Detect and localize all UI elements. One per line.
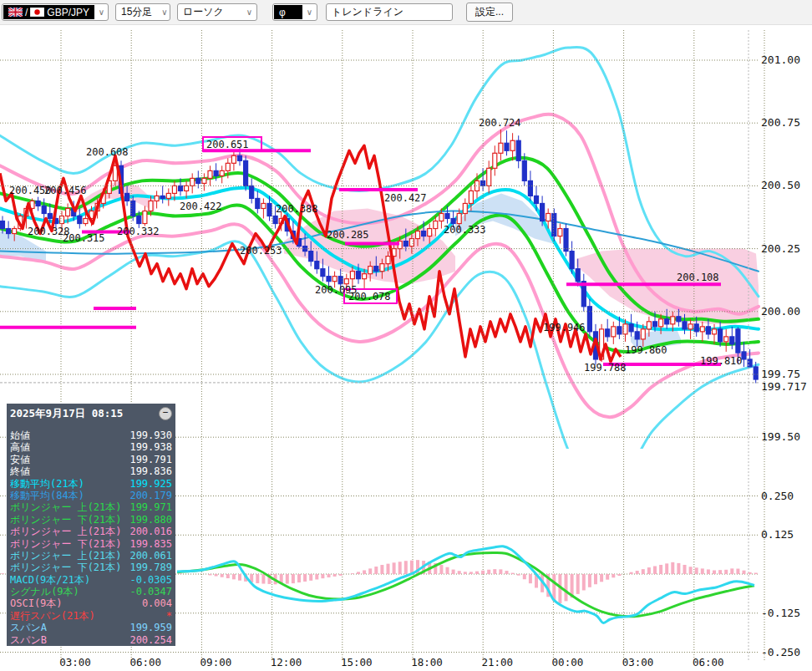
chart-type-label: ローソク	[178, 5, 242, 19]
info-panel-rows: 始値199.930高値199.938安値199.791終値199.836移動平均…	[10, 430, 172, 646]
svg-text:06:00: 06:00	[129, 656, 161, 668]
panel-row-value: -0.0347	[129, 586, 172, 597]
chevron-down-icon: ∨	[302, 8, 317, 17]
panel-row-value: 199.938	[129, 441, 172, 453]
svg-text:06:00: 06:00	[693, 656, 724, 668]
panel-row-value: 0.004	[142, 597, 172, 609]
minus-icon: −	[163, 407, 169, 418]
svg-text:199.860: 199.860	[625, 344, 667, 356]
japan-flag-icon	[30, 8, 44, 17]
panel-row: 高値199.938	[10, 441, 172, 453]
svg-text:200.078: 200.078	[348, 291, 391, 302]
svg-text:200.388: 200.388	[276, 203, 318, 215]
chart-type-select[interactable]: ローソク ∨	[177, 3, 257, 21]
chevron-down-icon: ∨	[242, 8, 256, 17]
line-style-select[interactable]: φ ∨	[272, 3, 317, 21]
panel-row-value: 200.016	[129, 526, 172, 537]
svg-text:200.608: 200.608	[86, 146, 129, 158]
svg-text:18:00: 18:00	[411, 656, 443, 668]
panel-row-value: 199.791	[129, 454, 172, 465]
current-price-label: 199.717	[761, 380, 807, 393]
currency-pair-value: / GBP/JPY	[3, 5, 94, 19]
panel-row: ボリンジャー 下(21本)199.880	[10, 514, 172, 526]
svg-text:200.285: 200.285	[327, 229, 369, 241]
line-style-value: φ	[274, 5, 302, 19]
panel-row: スパンB200.254	[10, 634, 172, 646]
chevron-down-icon: ∨	[157, 8, 171, 17]
panel-row: シグナル(9本)-0.0347	[10, 586, 172, 597]
panel-row-label: 高値	[10, 441, 30, 453]
svg-text:200.50: 200.50	[761, 179, 800, 191]
panel-row: OSCI(9本)0.004	[10, 597, 172, 609]
svg-text:200.651: 200.651	[206, 139, 249, 150]
pair-label: GBP/JPY	[47, 7, 89, 18]
panel-row: ボリンジャー 下(21本)199.789	[10, 562, 172, 573]
svg-text:200.422: 200.422	[180, 201, 222, 212]
panel-row: 始値199.930	[10, 430, 172, 441]
panel-row-label: 安値	[10, 454, 30, 465]
panel-row: スパンA199.959	[10, 622, 172, 633]
line-style-glyph: φ	[279, 7, 286, 18]
svg-text:12:00: 12:00	[271, 656, 302, 668]
svg-text:-0.250: -0.250	[761, 646, 800, 658]
currency-pair-select[interactable]: / GBP/JPY ∨	[2, 3, 109, 21]
panel-row: ボリンジャー 上(21本)200.016	[10, 526, 172, 537]
ohlc-info-panel[interactable]: 2025年9月17日 08:15 − 始値199.930高値199.938安値1…	[7, 404, 175, 646]
panel-row-label: 移動平均(84本)	[10, 490, 84, 501]
svg-text:09:00: 09:00	[200, 656, 232, 668]
panel-row-value: -0.0305	[129, 574, 172, 586]
panel-row-value: 199.835	[129, 538, 172, 550]
uk-flag-icon	[8, 8, 23, 17]
svg-text:200.456: 200.456	[44, 185, 87, 196]
svg-text:200.332: 200.332	[117, 226, 160, 237]
panel-row-label: 終値	[10, 465, 30, 477]
panel-row-label: ボリンジャー 上(21本)	[10, 501, 122, 513]
svg-text:00:00: 00:00	[552, 656, 584, 668]
panel-row-label: MACD(9本/21本)	[10, 574, 90, 586]
drawing-tool-field[interactable]: トレンドライン	[326, 3, 453, 21]
panel-row-value: 200.179	[129, 490, 172, 501]
toolbar: / GBP/JPY ∨ 15分足 ∨ ローソク ∨ φ ∨ トレンドライン 設定…	[0, 0, 812, 25]
svg-text:15:00: 15:00	[341, 656, 373, 668]
svg-text:-0.125: -0.125	[761, 607, 800, 619]
panel-row: ボリンジャー 上(21本)199.971	[10, 501, 172, 513]
svg-text:199.788: 199.788	[584, 362, 627, 374]
panel-row-label: 移動平均(21本)	[10, 478, 84, 490]
chevron-down-icon: ∨	[94, 8, 109, 17]
panel-row: ボリンジャー 下(21本)199.835	[10, 538, 172, 550]
svg-text:201.00: 201.00	[761, 53, 800, 66]
svg-text:199.75: 199.75	[761, 368, 800, 380]
panel-row-value: 199.836	[129, 465, 172, 477]
panel-row-value: 199.925	[129, 478, 172, 490]
info-panel-header: 2025年9月17日 08:15 −	[10, 406, 172, 421]
panel-row: 終値199.836	[10, 465, 172, 477]
panel-row-label: スパンA	[10, 622, 47, 633]
svg-text:199.946: 199.946	[543, 322, 586, 333]
panel-row-value: 199.789	[129, 562, 172, 573]
settings-button[interactable]: 設定...	[466, 3, 513, 22]
panel-row: 移動平均(21本)199.925	[10, 478, 172, 490]
svg-text:200.108: 200.108	[677, 272, 719, 283]
svg-text:03:00: 03:00	[622, 656, 654, 668]
svg-text:200.333: 200.333	[444, 224, 486, 236]
svg-text:200.427: 200.427	[384, 192, 427, 204]
svg-text:200.253: 200.253	[240, 245, 282, 257]
panel-row-label: 遅行スパン(21本)	[10, 610, 95, 622]
panel-row-value: 199.959	[129, 622, 172, 633]
svg-text:200.315: 200.315	[63, 232, 105, 244]
svg-text:200.724: 200.724	[479, 117, 521, 129]
panel-row-label: OSCI(9本)	[10, 597, 63, 609]
panel-row-label: 始値	[10, 430, 30, 441]
minimize-button[interactable]: −	[159, 407, 172, 420]
panel-row: MACD(9本/21本)-0.0305	[10, 574, 172, 586]
svg-text:200.75: 200.75	[761, 116, 800, 129]
panel-row: 安値199.791	[10, 454, 172, 465]
panel-row-value: 199.880	[129, 514, 172, 526]
svg-text:03:00: 03:00	[59, 656, 91, 668]
panel-row-value: 200.254	[129, 634, 172, 646]
svg-text:200.00: 200.00	[761, 305, 800, 318]
panel-row-value: *	[166, 610, 172, 622]
svg-text:0.250: 0.250	[761, 490, 794, 502]
timeframe-select[interactable]: 15分足 ∨	[115, 3, 170, 21]
drawing-tool-label: トレンドライン	[332, 5, 403, 19]
